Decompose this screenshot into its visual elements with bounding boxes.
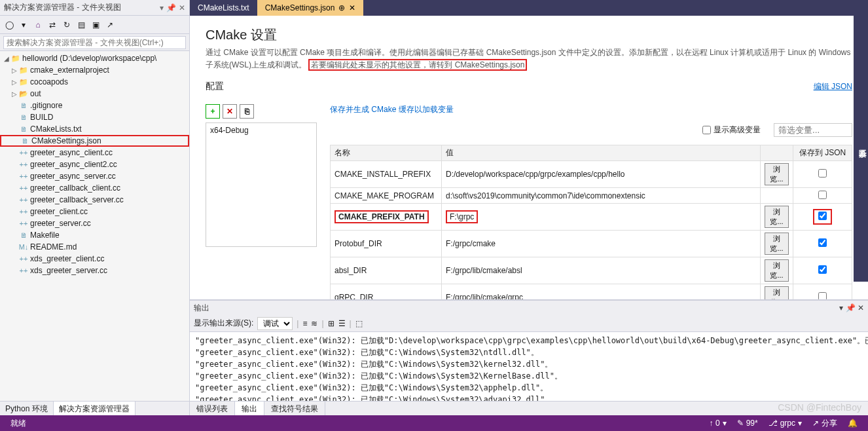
table-row[interactable]: absl_DIRF:/grpc/lib/cmake/absl浏览... (331, 257, 852, 284)
switch-view-icon[interactable]: ⇄ (46, 18, 59, 31)
table-row[interactable]: CMAKE_PREFIX_PATHF:\grpc浏览... (331, 204, 852, 231)
tree-item[interactable]: M↓README.md (0, 241, 189, 253)
col-value: 值 (442, 145, 761, 161)
output-tabs: 错误列表 输出 查找符号结果 (190, 401, 868, 415)
back-icon[interactable]: ◯ (3, 18, 16, 31)
tab-error-list[interactable]: 错误列表 (190, 402, 235, 415)
show-all-icon[interactable]: ▤ (75, 18, 88, 31)
edit-json-link[interactable]: 编辑 JSON (814, 81, 852, 92)
search-input[interactable] (3, 36, 186, 49)
expand-icon[interactable]: ◢ (3, 55, 10, 62)
config-label: 配置 (206, 81, 224, 92)
tool3-icon[interactable]: ⬚ (355, 319, 363, 328)
tree-item[interactable]: ▷📁cmake_externalproject (0, 64, 189, 76)
status-changes[interactable]: ↑ 0 ▾ (704, 419, 732, 428)
filter-input[interactable] (774, 123, 852, 137)
explorer-toolbar: ◯ ▾ ⌂ ⇄ ↻ ▤ ▣ ↗ (0, 16, 189, 34)
output-source-select[interactable]: 调试 (257, 317, 293, 330)
tree-item[interactable]: 🗎Makefile (0, 229, 189, 241)
home-icon[interactable]: ⌂ (31, 18, 45, 31)
browse-button[interactable]: 浏览... (765, 163, 789, 185)
tree-item[interactable]: ++xds_greeter_client.cc (0, 253, 189, 265)
browse-button[interactable]: 浏览... (765, 233, 789, 255)
config-list[interactable]: x64-Debug (206, 122, 317, 247)
status-share[interactable]: ↗ 分享 (807, 418, 842, 429)
tree-root-label: helloworld (D:\develop\workspace\cpp\ (22, 54, 156, 63)
file-tree: ◢ 📁 helloworld (D:\develop\workspace\cpp… (0, 51, 189, 401)
pin-icon[interactable]: ⊕ (338, 3, 345, 12)
status-pencil[interactable]: ✎ 99* (732, 419, 763, 428)
output-text[interactable]: "greeter_async_client.exe"(Win32): 已加载"D… (190, 332, 868, 401)
tool-icon[interactable]: ⊞ (328, 319, 335, 328)
tree-item[interactable]: ++greeter_async_client.cc (0, 147, 189, 159)
tree-item[interactable]: ++greeter_callback_server.cc (0, 194, 189, 206)
clear-icon[interactable]: ≡ (302, 319, 307, 328)
page-description: 通过 CMake 设置可以配置 CMake 项目生成和编译。使用此编辑器编辑已存… (206, 47, 852, 71)
tab-solution-explorer[interactable]: 解决方案资源管理器 (54, 402, 136, 415)
tree-item[interactable]: 🗎CMakeLists.txt (0, 123, 189, 135)
tree-item[interactable]: ++greeter_client.cc (0, 206, 189, 217)
status-bell[interactable]: 🔔 (842, 419, 863, 428)
fwd-icon[interactable]: ▾ (17, 18, 30, 31)
document-tabs: CMakeLists.txt CMakeSettings.json ⊕ ✕ ⚙ (190, 0, 868, 16)
variables-table: 名称 值 保存到 JSON CMAKE_INSTALL_PREFIXD:/dev… (330, 145, 852, 300)
pin-icon[interactable]: 📌 (166, 3, 176, 12)
config-item[interactable]: x64-Debug (210, 126, 312, 135)
copy-config-button[interactable]: ⎘ (240, 104, 254, 119)
close-icon[interactable]: ✕ (179, 3, 185, 12)
browse-button[interactable]: 浏览... (765, 206, 789, 228)
highlighted-hint: 若要编辑此处未显示的其他设置，请转到 CMakeSettings.json (308, 59, 527, 71)
output-source-label: 显示输出来源(S): (194, 318, 253, 329)
props-icon[interactable]: ↗ (103, 18, 117, 31)
col-name: 名称 (331, 145, 442, 161)
cache-hint: 保存并生成 CMake 缓存以加载变量 (330, 104, 852, 115)
save-cache-link[interactable]: 保存并生成 CMake 缓存以加载变量 (330, 105, 454, 114)
add-config-button[interactable]: + (206, 104, 220, 119)
table-row[interactable]: Protobuf_DIRF:/grpc/cmake浏览... (331, 231, 852, 257)
table-row[interactable]: CMAKE_MAKE_PROGRAMd:\soft\vs2019\communi… (331, 188, 852, 204)
tree-item[interactable]: ++greeter_server.cc (0, 217, 189, 229)
panel-title: 解决方案资源管理器 - 文件夹视图 (4, 2, 157, 13)
dropdown-icon[interactable]: ▾ (160, 3, 164, 12)
tree-item[interactable]: 🗎CMakeSettings.json (0, 135, 189, 147)
dropdown-icon[interactable]: ▾ 📌 ✕ (839, 303, 864, 312)
page-title: CMake 设置 (206, 26, 852, 44)
tab-output[interactable]: 输出 (235, 402, 264, 415)
table-row[interactable]: CMAKE_INSTALL_PREFIXD:/develop/workspace… (331, 161, 852, 188)
tab-cmakelists[interactable]: CMakeLists.txt (190, 0, 257, 16)
watermark: CSDN @FintechBoy (778, 402, 861, 413)
right-panel: CMakeLists.txt CMakeSettings.json ⊕ ✕ ⚙ … (190, 0, 868, 415)
solution-explorer-panel: 解决方案资源管理器 - 文件夹视图 ▾ 📌 ✕ ◯ ▾ ⌂ ⇄ ↻ ▤ ▣ ↗ … (0, 0, 190, 415)
tree-item[interactable]: ▷📂out (0, 88, 189, 100)
col-browse (761, 145, 793, 161)
tab-cmakesettings[interactable]: CMakeSettings.json ⊕ ✕ (257, 0, 364, 16)
wrap-icon[interactable]: ≋ (311, 319, 317, 328)
tree-item[interactable]: ++xds_greeter_server.cc (0, 265, 189, 276)
table-row[interactable]: gRPC_DIRF:/grpc/lib/cmake/grpc浏览... (331, 284, 852, 300)
browse-button[interactable]: 浏览... (765, 286, 789, 300)
browse-button[interactable]: 浏览... (765, 259, 789, 282)
tree-item[interactable]: 🗎.gitignore (0, 100, 189, 111)
tool2-icon[interactable]: ☰ (338, 319, 346, 328)
status-branch[interactable]: ⎇ grpc ▾ (763, 419, 807, 428)
tree-item[interactable]: ++greeter_async_server.cc (0, 170, 189, 182)
refresh-icon[interactable]: ↻ (60, 18, 73, 31)
remove-config-button[interactable]: ✕ (223, 104, 237, 119)
status-bar: 就绪 ↑ 0 ▾ ✎ 99* ⎇ grpc ▾ ↗ 分享 🔔 (0, 415, 868, 431)
tab-python-env[interactable]: Python 环境 (0, 402, 54, 415)
tree-item[interactable]: ++greeter_async_client2.cc (0, 159, 189, 170)
close-icon[interactable]: ✕ (349, 3, 355, 12)
output-title-bar: 输出 ▾ 📌 ✕ (190, 301, 868, 315)
tree-item[interactable]: 🗎BUILD (0, 111, 189, 123)
output-title: 输出 (194, 303, 209, 314)
col-save: 保存到 JSON (793, 145, 852, 161)
tree-item[interactable]: ++greeter_callback_client.cc (0, 182, 189, 194)
collapse-icon[interactable]: ▣ (89, 18, 102, 31)
diagnostics-sidebar[interactable]: 诊断工具 (854, 0, 868, 282)
output-panel: 输出 ▾ 📌 ✕ 显示输出来源(S): 调试 | ≡ ≋ | ⊞ ☰ | ⬚ "… (190, 300, 868, 415)
tab-find-symbol[interactable]: 查找符号结果 (264, 402, 325, 415)
show-advanced-checkbox[interactable]: 显示高级变量 (702, 124, 761, 136)
tree-item[interactable]: ▷📁cocoapods (0, 76, 189, 88)
folder-icon: 📁 (10, 54, 21, 63)
tree-root[interactable]: ◢ 📁 helloworld (D:\develop\workspace\cpp… (0, 52, 189, 64)
